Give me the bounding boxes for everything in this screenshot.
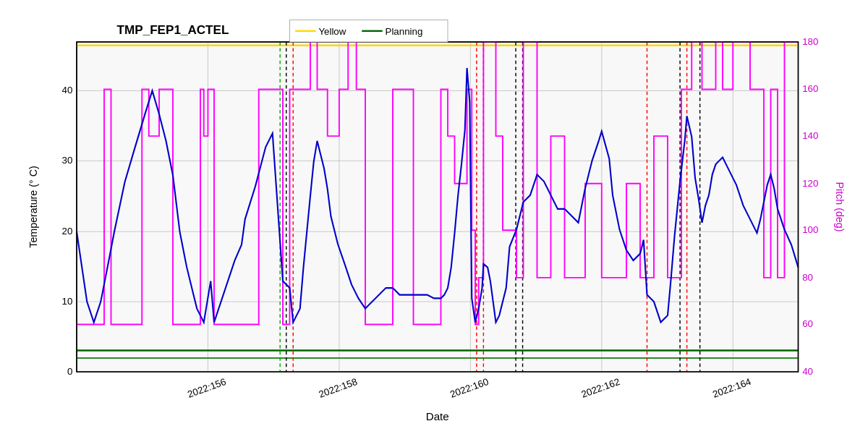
y-right-label-180: 180 (802, 36, 818, 47)
y-right-label-120: 120 (802, 178, 818, 189)
y-left-title: Temperature (° C) (27, 166, 39, 247)
x-label-160: 2022:160 (448, 376, 490, 400)
y-label-40: 40 (62, 85, 73, 95)
x-axis-title: Date (426, 410, 449, 422)
y-right-label-100: 100 (802, 224, 818, 235)
legend-planning-label: Planning (386, 26, 423, 37)
y-label-10: 10 (62, 296, 73, 307)
legend-yellow-label: Yellow (318, 26, 346, 37)
x-label-158: 2022:158 (318, 376, 359, 400)
y-label-20: 20 (62, 226, 73, 237)
x-label-164: 2022:164 (711, 376, 752, 400)
x-label-162: 2022:162 (580, 376, 621, 400)
y-right-label-40: 40 (802, 366, 813, 377)
y-label-30: 30 (62, 155, 73, 166)
y-right-label-140: 140 (802, 130, 818, 141)
chart-container: 0 10 20 30 40 Temperature (° C) 40 60 80… (0, 0, 868, 434)
svg-rect-0 (77, 42, 799, 372)
chart-title: TMP_FEP1_ACTEL (117, 23, 229, 37)
y-right-label-80: 80 (802, 272, 813, 283)
y-right-label-60: 60 (802, 318, 813, 329)
y-label-0: 0 (67, 366, 72, 377)
y-right-label-160: 160 (802, 83, 818, 94)
x-label-156: 2022:156 (186, 376, 227, 400)
y-right-title: Pitch (deg) (834, 182, 846, 232)
